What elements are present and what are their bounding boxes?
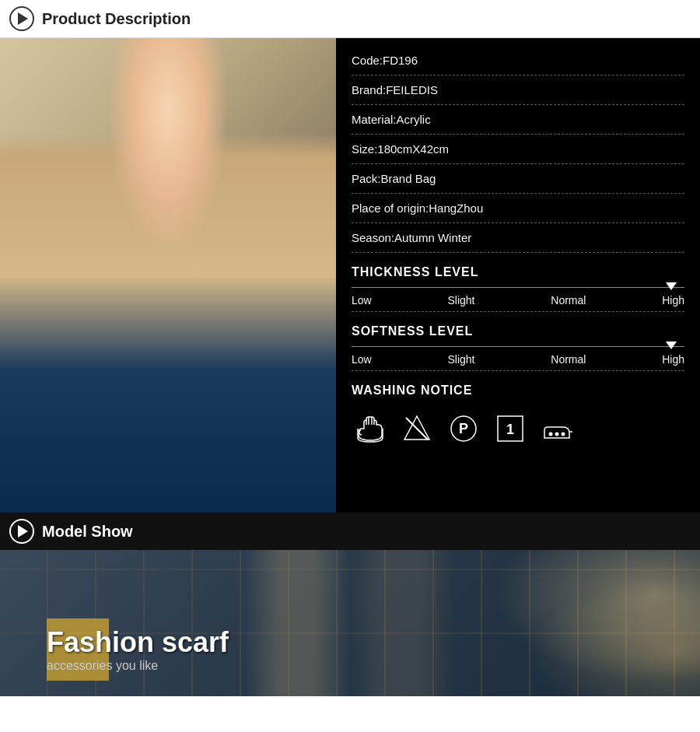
product-details-panel: Code:FD196 Brand:FEILEDIS Material:Acryl… (336, 38, 700, 513)
iron-svg (541, 413, 572, 444)
model-show-header: Model Show (0, 513, 700, 550)
indoor-lighting (467, 550, 700, 696)
detail-season: Season:Autumn Winter (352, 223, 684, 253)
play-icon-2[interactable] (9, 519, 34, 544)
thickness-labels: Low Slight Normal High (352, 292, 684, 308)
dry-clean-svg: P (448, 413, 479, 444)
softness-section: SOFTNESS LEVEL Low Slight Normal High (352, 318, 684, 371)
svg-text:P: P (459, 421, 468, 436)
model-image: Fashion scarf accessories you like (0, 550, 700, 696)
softness-indicator (666, 341, 677, 349)
tumble-svg: 1 (495, 413, 526, 444)
fashion-text-container: Fashion scarf accessories you like (47, 626, 229, 673)
washing-icons-row: P 1 (352, 404, 684, 454)
thickness-section: THICKNESS LEVEL Low Slight Normal High (352, 259, 684, 312)
thickness-slight: Slight (447, 294, 474, 306)
detail-material: Material:Acrylic (352, 105, 684, 135)
detail-origin: Place of origin:HangZhou (352, 194, 684, 223)
detail-size: Size:180cmX42cm (352, 135, 684, 164)
tumble-icon: 1 (492, 410, 529, 447)
softness-low: Low (352, 353, 372, 366)
softness-slight: Slight (447, 353, 474, 366)
person-image (0, 38, 336, 513)
thickness-normal: Normal (551, 294, 586, 306)
svg-point-10 (550, 433, 552, 436)
svg-point-11 (556, 433, 558, 436)
detail-brand: Brand:FEILEDIS (352, 75, 684, 105)
thickness-title: THICKNESS LEVEL (352, 259, 684, 282)
thickness-bar: Low Slight Normal High (352, 282, 684, 312)
softness-high: High (662, 353, 684, 366)
model-show-title: Model Show (42, 523, 133, 541)
thickness-high: High (662, 294, 684, 306)
softness-labels: Low Slight Normal High (352, 352, 684, 367)
thickness-line (352, 287, 684, 288)
no-bleach-icon (398, 410, 436, 447)
thickness-indicator (666, 282, 677, 290)
thickness-low: Low (352, 294, 372, 306)
softness-normal: Normal (551, 353, 586, 366)
product-description-header: Product Description (0, 0, 700, 38)
model-image-inner: Fashion scarf accessories you like (0, 550, 700, 696)
fashion-scarf-subtext: accessories you like (47, 659, 229, 673)
svg-text:1: 1 (506, 422, 514, 437)
product-image (0, 38, 336, 513)
detail-pack: Pack:Brand Bag (352, 164, 684, 194)
dry-clean-icon: P (445, 410, 482, 447)
softness-title: SOFTNESS LEVEL (352, 318, 684, 341)
product-description-title: Product Description (42, 10, 191, 28)
handwash-svg (355, 413, 386, 444)
svg-line-5 (406, 418, 428, 440)
product-section: Code:FD196 Brand:FEILEDIS Material:Acryl… (0, 38, 700, 513)
iron-icon (538, 410, 576, 447)
washing-title: WASHING NOTICE (352, 377, 684, 404)
svg-point-12 (562, 433, 565, 436)
softness-bar: Low Slight Normal High (352, 341, 684, 371)
fashion-scarf-text: Fashion scarf (47, 626, 229, 659)
softness-line (352, 346, 684, 347)
washing-section: WASHING NOTICE (352, 377, 684, 454)
detail-code: Code:FD196 (352, 46, 684, 75)
play-icon-1[interactable] (9, 6, 34, 31)
no-bleach-svg (401, 413, 432, 444)
handwash-icon (352, 410, 389, 447)
